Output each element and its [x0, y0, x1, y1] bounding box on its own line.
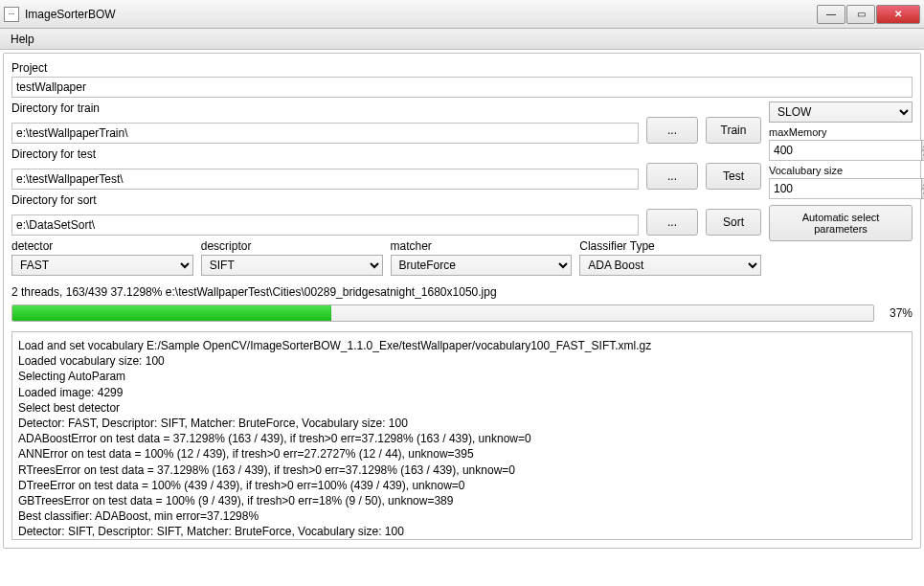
speed-select[interactable]: SLOW — [769, 101, 913, 123]
dir-sort-input[interactable] — [11, 214, 639, 236]
progress-fill — [12, 305, 331, 321]
descriptor-select[interactable]: SIFT — [201, 255, 383, 276]
dir-train-input[interactable] — [11, 123, 639, 144]
maximize-button[interactable]: ▭ — [846, 5, 875, 24]
label-classifier: Classifier Type — [579, 239, 761, 253]
classifier-select[interactable]: ADA Boost — [579, 255, 761, 276]
label-detector: detector — [11, 239, 193, 253]
browse-sort-button[interactable]: ... — [646, 209, 698, 236]
label-project: Project — [11, 61, 913, 75]
label-matcher: matcher — [391, 239, 573, 253]
label-max-memory: maxMemory — [769, 126, 913, 138]
browse-test-button[interactable]: ... — [646, 163, 698, 190]
close-button[interactable]: ✕ — [876, 5, 920, 24]
label-descriptor: descriptor — [201, 239, 383, 253]
project-input[interactable] — [11, 77, 913, 98]
window-title: ImageSorterBOW — [25, 8, 816, 21]
sort-button[interactable]: Sort — [706, 209, 761, 236]
label-vocab-size: Vocalubary size — [769, 165, 913, 176]
progress-bar — [11, 304, 874, 322]
detector-select[interactable]: FAST — [11, 255, 193, 276]
label-dir-sort: Directory for sort — [11, 193, 761, 207]
minimize-button[interactable]: — — [817, 5, 845, 24]
menubar: Help — [0, 29, 924, 50]
window-controls: — ▭ ✕ — [816, 5, 920, 24]
vocab-size-input[interactable] — [769, 178, 921, 199]
test-button[interactable]: Test — [706, 163, 761, 190]
max-memory-input[interactable] — [769, 140, 921, 161]
app-icon: ··· — [4, 7, 19, 22]
label-dir-test: Directory for test — [11, 147, 761, 161]
auto-select-parameters-button[interactable]: Automatic select parameters — [769, 205, 913, 241]
log-output[interactable]: Load and set vocabulary E:/Sample OpenCV… — [11, 331, 913, 540]
dir-test-input[interactable] — [11, 169, 639, 190]
matcher-select[interactable]: BruteForce — [391, 255, 573, 276]
browse-train-button[interactable]: ... — [646, 117, 698, 144]
progress-percent: 37% — [880, 306, 913, 320]
titlebar: ··· ImageSorterBOW — ▭ ✕ — [0, 0, 924, 29]
main-panel: Project Directory for train ... Train Di… — [3, 53, 921, 549]
train-button[interactable]: Train — [706, 117, 761, 144]
label-dir-train: Directory for train — [11, 101, 761, 115]
menu-help[interactable]: Help — [0, 29, 45, 50]
status-line: 2 threads, 163/439 37.1298% e:\testWallp… — [11, 285, 913, 299]
